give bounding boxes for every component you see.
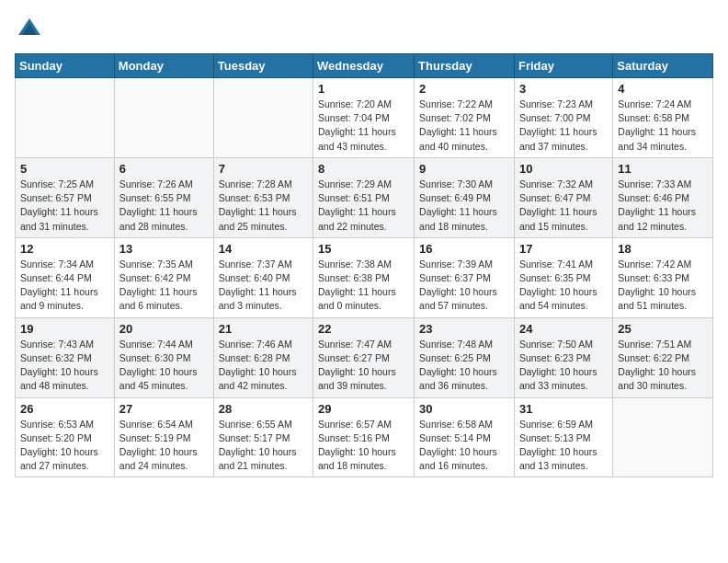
calendar-cell: 24Sunrise: 7:50 AM Sunset: 6:23 PM Dayli…: [514, 317, 612, 397]
day-info: Sunrise: 7:20 AM Sunset: 7:04 PM Dayligh…: [318, 98, 409, 154]
day-number: 27: [119, 402, 209, 416]
day-info: Sunrise: 7:41 AM Sunset: 6:35 PM Dayligh…: [519, 258, 608, 314]
calendar-week-row: 1Sunrise: 7:20 AM Sunset: 7:04 PM Daylig…: [16, 78, 713, 158]
weekday-header: Sunday: [16, 54, 115, 78]
day-number: 6: [119, 162, 209, 176]
calendar-week-row: 5Sunrise: 7:25 AM Sunset: 6:57 PM Daylig…: [16, 157, 713, 237]
calendar-cell: 10Sunrise: 7:32 AM Sunset: 6:47 PM Dayli…: [514, 157, 612, 237]
day-info: Sunrise: 7:22 AM Sunset: 7:02 PM Dayligh…: [419, 98, 509, 154]
day-number: 7: [219, 162, 308, 176]
calendar-cell: 13Sunrise: 7:35 AM Sunset: 6:42 PM Dayli…: [114, 237, 213, 317]
calendar-week-row: 12Sunrise: 7:34 AM Sunset: 6:44 PM Dayli…: [16, 237, 713, 317]
calendar-cell: 29Sunrise: 6:57 AM Sunset: 5:16 PM Dayli…: [313, 397, 415, 477]
day-number: 20: [119, 322, 209, 336]
calendar-cell: 30Sunrise: 6:58 AM Sunset: 5:14 PM Dayli…: [415, 397, 515, 477]
calendar-cell: [613, 397, 713, 477]
day-info: Sunrise: 7:47 AM Sunset: 6:27 PM Dayligh…: [318, 338, 409, 394]
day-info: Sunrise: 7:44 AM Sunset: 6:30 PM Dayligh…: [119, 338, 209, 394]
day-info: Sunrise: 6:55 AM Sunset: 5:17 PM Dayligh…: [219, 418, 308, 474]
calendar-cell: 26Sunrise: 6:53 AM Sunset: 5:20 PM Dayli…: [16, 397, 115, 477]
day-info: Sunrise: 7:34 AM Sunset: 6:44 PM Dayligh…: [20, 258, 109, 314]
day-info: Sunrise: 7:32 AM Sunset: 6:47 PM Dayligh…: [519, 178, 608, 234]
page-header: [15, 15, 713, 44]
logo: [15, 15, 48, 44]
day-number: 19: [20, 322, 109, 336]
day-info: Sunrise: 7:37 AM Sunset: 6:40 PM Dayligh…: [219, 258, 308, 314]
day-info: Sunrise: 7:30 AM Sunset: 6:49 PM Dayligh…: [419, 178, 509, 234]
day-info: Sunrise: 7:42 AM Sunset: 6:33 PM Dayligh…: [618, 258, 708, 314]
day-number: 21: [219, 322, 308, 336]
day-info: Sunrise: 7:25 AM Sunset: 6:57 PM Dayligh…: [20, 178, 109, 234]
day-info: Sunrise: 7:23 AM Sunset: 7:00 PM Dayligh…: [519, 98, 608, 154]
calendar-cell: 18Sunrise: 7:42 AM Sunset: 6:33 PM Dayli…: [613, 237, 713, 317]
calendar-cell: 25Sunrise: 7:51 AM Sunset: 6:22 PM Dayli…: [613, 317, 713, 397]
calendar-cell: 21Sunrise: 7:46 AM Sunset: 6:28 PM Dayli…: [213, 317, 313, 397]
calendar-cell: 20Sunrise: 7:44 AM Sunset: 6:30 PM Dayli…: [114, 317, 213, 397]
day-info: Sunrise: 7:43 AM Sunset: 6:32 PM Dayligh…: [20, 338, 109, 394]
day-number: 16: [419, 242, 509, 256]
calendar-cell: 5Sunrise: 7:25 AM Sunset: 6:57 PM Daylig…: [16, 157, 115, 237]
day-info: Sunrise: 7:35 AM Sunset: 6:42 PM Dayligh…: [119, 258, 209, 314]
day-number: 8: [318, 162, 409, 176]
calendar-cell: 16Sunrise: 7:39 AM Sunset: 6:37 PM Dayli…: [415, 237, 515, 317]
day-info: Sunrise: 7:46 AM Sunset: 6:28 PM Dayligh…: [219, 338, 308, 394]
weekday-header: Wednesday: [313, 54, 415, 78]
calendar-cell: 3Sunrise: 7:23 AM Sunset: 7:00 PM Daylig…: [514, 78, 612, 158]
day-number: 5: [20, 162, 109, 176]
day-number: 9: [419, 162, 509, 176]
calendar-cell: 4Sunrise: 7:24 AM Sunset: 6:58 PM Daylig…: [613, 78, 713, 158]
day-number: 15: [318, 242, 409, 256]
day-number: 2: [419, 82, 509, 96]
day-info: Sunrise: 7:51 AM Sunset: 6:22 PM Dayligh…: [618, 338, 708, 394]
weekday-header: Monday: [114, 54, 213, 78]
calendar-cell: 12Sunrise: 7:34 AM Sunset: 6:44 PM Dayli…: [16, 237, 115, 317]
day-info: Sunrise: 7:24 AM Sunset: 6:58 PM Dayligh…: [618, 98, 708, 154]
day-info: Sunrise: 6:59 AM Sunset: 5:13 PM Dayligh…: [519, 418, 608, 474]
calendar-cell: [114, 78, 213, 158]
weekday-header-row: SundayMondayTuesdayWednesdayThursdayFrid…: [16, 54, 713, 78]
day-info: Sunrise: 7:29 AM Sunset: 6:51 PM Dayligh…: [318, 178, 409, 234]
calendar-cell: 2Sunrise: 7:22 AM Sunset: 7:02 PM Daylig…: [415, 78, 515, 158]
day-number: 24: [519, 322, 608, 336]
calendar-cell: 9Sunrise: 7:30 AM Sunset: 6:49 PM Daylig…: [415, 157, 515, 237]
day-info: Sunrise: 7:28 AM Sunset: 6:53 PM Dayligh…: [219, 178, 308, 234]
logo-icon: [15, 15, 44, 44]
weekday-header: Friday: [514, 54, 612, 78]
weekday-header: Thursday: [415, 54, 515, 78]
calendar-cell: [16, 78, 115, 158]
day-info: Sunrise: 6:58 AM Sunset: 5:14 PM Dayligh…: [419, 418, 509, 474]
day-number: 18: [618, 242, 708, 256]
day-number: 23: [419, 322, 509, 336]
calendar-cell: 31Sunrise: 6:59 AM Sunset: 5:13 PM Dayli…: [514, 397, 612, 477]
day-number: 28: [219, 402, 308, 416]
day-number: 1: [318, 82, 409, 96]
day-number: 12: [20, 242, 109, 256]
calendar-table: SundayMondayTuesdayWednesdayThursdayFrid…: [15, 53, 713, 477]
calendar-cell: 14Sunrise: 7:37 AM Sunset: 6:40 PM Dayli…: [213, 237, 313, 317]
day-number: 22: [318, 322, 409, 336]
calendar-week-row: 26Sunrise: 6:53 AM Sunset: 5:20 PM Dayli…: [16, 397, 713, 477]
day-info: Sunrise: 7:33 AM Sunset: 6:46 PM Dayligh…: [618, 178, 708, 234]
day-info: Sunrise: 7:48 AM Sunset: 6:25 PM Dayligh…: [419, 338, 509, 394]
calendar-cell: 27Sunrise: 6:54 AM Sunset: 5:19 PM Dayli…: [114, 397, 213, 477]
day-info: Sunrise: 7:38 AM Sunset: 6:38 PM Dayligh…: [318, 258, 409, 314]
day-number: 25: [618, 322, 708, 336]
calendar-cell: 7Sunrise: 7:28 AM Sunset: 6:53 PM Daylig…: [213, 157, 313, 237]
calendar-week-row: 19Sunrise: 7:43 AM Sunset: 6:32 PM Dayli…: [16, 317, 713, 397]
day-number: 4: [618, 82, 708, 96]
calendar-cell: 23Sunrise: 7:48 AM Sunset: 6:25 PM Dayli…: [415, 317, 515, 397]
day-number: 3: [519, 82, 608, 96]
day-number: 30: [419, 402, 509, 416]
day-info: Sunrise: 6:57 AM Sunset: 5:16 PM Dayligh…: [318, 418, 409, 474]
weekday-header: Tuesday: [213, 54, 313, 78]
calendar-cell: 28Sunrise: 6:55 AM Sunset: 5:17 PM Dayli…: [213, 397, 313, 477]
day-number: 14: [219, 242, 308, 256]
day-info: Sunrise: 6:54 AM Sunset: 5:19 PM Dayligh…: [119, 418, 209, 474]
day-info: Sunrise: 6:53 AM Sunset: 5:20 PM Dayligh…: [20, 418, 109, 474]
calendar-cell: 19Sunrise: 7:43 AM Sunset: 6:32 PM Dayli…: [16, 317, 115, 397]
day-info: Sunrise: 7:50 AM Sunset: 6:23 PM Dayligh…: [519, 338, 608, 394]
calendar-cell: 1Sunrise: 7:20 AM Sunset: 7:04 PM Daylig…: [313, 78, 415, 158]
calendar-cell: 6Sunrise: 7:26 AM Sunset: 6:55 PM Daylig…: [114, 157, 213, 237]
day-number: 29: [318, 402, 409, 416]
calendar-cell: 22Sunrise: 7:47 AM Sunset: 6:27 PM Dayli…: [313, 317, 415, 397]
